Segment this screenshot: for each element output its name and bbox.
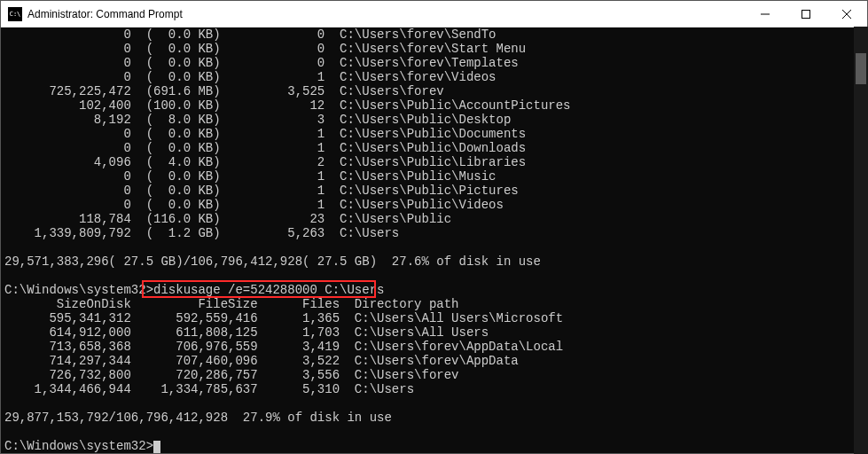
window-frame: C:\ Administrator: Command Prompt 0 ( 0.… [0,0,868,454]
close-button[interactable] [826,1,867,27]
maximize-button[interactable] [786,1,826,27]
minimize-button[interactable] [745,1,786,27]
scrollbar-track[interactable] [854,27,868,454]
minimize-icon [761,10,770,19]
svg-rect-1 [802,10,810,18]
cursor [153,441,160,453]
maximize-icon [802,10,810,19]
scrollbar-thumb[interactable] [856,53,866,84]
window-controls [745,1,867,27]
cmd-icon: C:\ [8,7,22,21]
terminal-output[interactable]: 0 ( 0.0 KB) 0 C:\Users\forev\SendTo 0 ( … [1,27,867,453]
window-title: Administrator: Command Prompt [27,8,745,20]
close-icon [842,10,851,19]
titlebar[interactable]: C:\ Administrator: Command Prompt [1,1,867,27]
